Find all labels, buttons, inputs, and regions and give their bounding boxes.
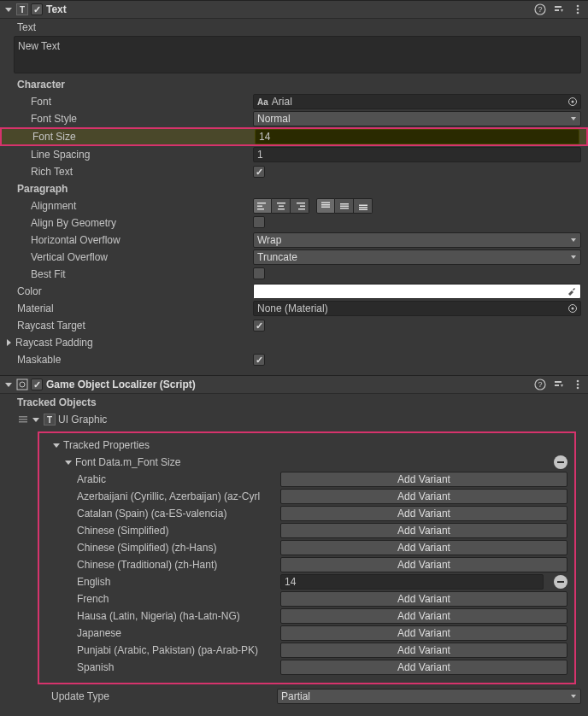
add-variant-button[interactable]: Add Variant: [280, 489, 567, 504]
remove-property-button[interactable]: [554, 455, 567, 469]
align-right-button[interactable]: [291, 198, 309, 214]
best-fit-checkbox[interactable]: [253, 267, 265, 279]
raycast-target-checkbox[interactable]: [253, 320, 265, 332]
font-style-dropdown[interactable]: Normal: [253, 111, 581, 126]
paragraph-section-title: Paragraph: [0, 180, 588, 197]
update-type-dropdown[interactable]: Partial: [277, 689, 581, 704]
font-style-label: Font Style: [14, 113, 253, 125]
svg-point-4: [577, 5, 579, 8]
ui-graphic-icon: T: [43, 413, 56, 426]
align-left-button[interactable]: [253, 198, 272, 214]
add-variant-button[interactable]: Add Variant: [280, 608, 567, 624]
expand-arrow-icon[interactable]: [63, 457, 74, 467]
locale-label: Hausa (Latin, Nigeria) (ha-Latn-NG): [77, 610, 280, 622]
collapse-arrow-icon[interactable]: [3, 4, 14, 15]
expand-arrow-icon[interactable]: [31, 414, 41, 425]
localizer-component-header[interactable]: Game Object Localizer (Script) ?: [0, 375, 588, 394]
material-object-field[interactable]: None (Material): [253, 301, 581, 316]
expand-arrow-icon[interactable]: [51, 440, 62, 450]
svg-rect-17: [297, 202, 305, 204]
character-section-title: Character: [0, 76, 588, 93]
ui-graphic-label: UI Graphic: [58, 414, 107, 425]
svg-point-5: [577, 9, 579, 11]
svg-text:?: ?: [538, 5, 542, 14]
preset-icon[interactable]: [552, 3, 566, 16]
align-bottom-button[interactable]: [354, 198, 373, 214]
locale-label: Spanish: [77, 661, 280, 673]
add-variant-button[interactable]: Add Variant: [280, 591, 567, 607]
help-icon[interactable]: ?: [533, 3, 547, 16]
remove-variant-button[interactable]: [554, 575, 567, 589]
locale-label: Chinese (Simplified): [77, 525, 280, 537]
svg-rect-24: [340, 206, 349, 208]
rich-text-checkbox[interactable]: [253, 166, 265, 178]
expand-arrow-icon[interactable]: [3, 337, 14, 348]
component-enable-checkbox[interactable]: [31, 3, 43, 15]
object-picker-icon[interactable]: [567, 302, 579, 314]
svg-rect-18: [300, 206, 305, 208]
svg-rect-41: [19, 419, 27, 420]
object-picker-icon[interactable]: [567, 96, 579, 108]
align-center-button[interactable]: [272, 198, 291, 214]
add-variant-button[interactable]: Add Variant: [280, 506, 567, 521]
svg-rect-31: [17, 379, 27, 390]
svg-rect-27: [359, 207, 368, 208]
locale-value-input[interactable]: [280, 574, 544, 590]
align-top-button[interactable]: [316, 198, 335, 214]
text-component-header[interactable]: T Text ?: [0, 0, 588, 19]
menu-icon[interactable]: [571, 378, 585, 391]
font-prefix-icon: Aa: [257, 97, 268, 107]
maskable-checkbox[interactable]: [253, 354, 265, 366]
horizontal-overflow-label: Horizontal Overflow: [14, 234, 253, 246]
svg-rect-25: [340, 208, 349, 209]
font-style-row: Font Style Normal: [0, 110, 588, 127]
add-variant-button[interactable]: Add Variant: [280, 472, 567, 487]
svg-rect-13: [257, 208, 264, 210]
color-picker-field[interactable]: [253, 284, 581, 299]
add-variant-button[interactable]: Add Variant: [280, 523, 567, 538]
align-middle-button[interactable]: [335, 198, 354, 214]
font-value: Arial: [272, 96, 292, 108]
help-icon[interactable]: ?: [533, 378, 547, 391]
raycast-padding-row: Raycast Padding: [0, 334, 588, 351]
eyedropper-icon[interactable]: [567, 285, 579, 297]
list-drag-icon[interactable]: [17, 414, 29, 425]
font-object-field[interactable]: Aa Arial: [253, 94, 581, 109]
locale-label: Chinese (Traditional) (zh-Hant): [77, 559, 280, 571]
tracked-properties-label: Tracked Properties: [63, 439, 150, 451]
locale-label: French: [77, 593, 280, 605]
vertical-align-group: [316, 198, 373, 214]
svg-rect-15: [279, 206, 284, 208]
svg-rect-2: [555, 6, 562, 8]
locale-label: Chinese (Simplified) (zh-Hans): [77, 542, 280, 554]
material-row: Material None (Material): [0, 300, 588, 317]
preset-icon[interactable]: [552, 378, 566, 391]
collapse-arrow-icon[interactable]: [3, 379, 14, 390]
material-value: None (Material): [257, 302, 328, 314]
vertical-overflow-dropdown[interactable]: Truncate: [253, 249, 581, 265]
text-value-input[interactable]: New Text: [14, 36, 581, 73]
add-variant-button[interactable]: Add Variant: [280, 557, 567, 572]
svg-rect-22: [321, 207, 330, 208]
text-label-row: Text: [0, 19, 588, 36]
add-variant-button[interactable]: Add Variant: [280, 625, 567, 641]
color-label: Color: [14, 285, 253, 297]
alignment-row: Alignment: [0, 197, 588, 214]
component-enable-checkbox[interactable]: [31, 379, 43, 390]
raycast-target-row: Raycast Target: [0, 317, 588, 334]
add-variant-button[interactable]: Add Variant: [280, 643, 567, 658]
font-size-input[interactable]: [255, 129, 579, 144]
svg-rect-28: [359, 209, 368, 211]
menu-icon[interactable]: [571, 3, 585, 16]
svg-rect-11: [257, 202, 266, 204]
align-by-geometry-row: Align By Geometry: [0, 214, 588, 232]
locale-label: English: [77, 576, 280, 588]
line-spacing-input[interactable]: [253, 147, 581, 162]
svg-text:?: ?: [538, 380, 542, 389]
horizontal-overflow-dropdown[interactable]: Wrap: [253, 232, 581, 248]
add-variant-button[interactable]: Add Variant: [280, 540, 567, 555]
locale-label: Punjabi (Arabic, Pakistan) (pa-Arab-PK): [77, 644, 280, 656]
locale-label: Azerbaijani (Cyrillic, Azerbaijan) (az-C…: [77, 490, 280, 502]
align-by-geometry-checkbox[interactable]: [253, 216, 265, 228]
add-variant-button[interactable]: Add Variant: [280, 660, 567, 675]
